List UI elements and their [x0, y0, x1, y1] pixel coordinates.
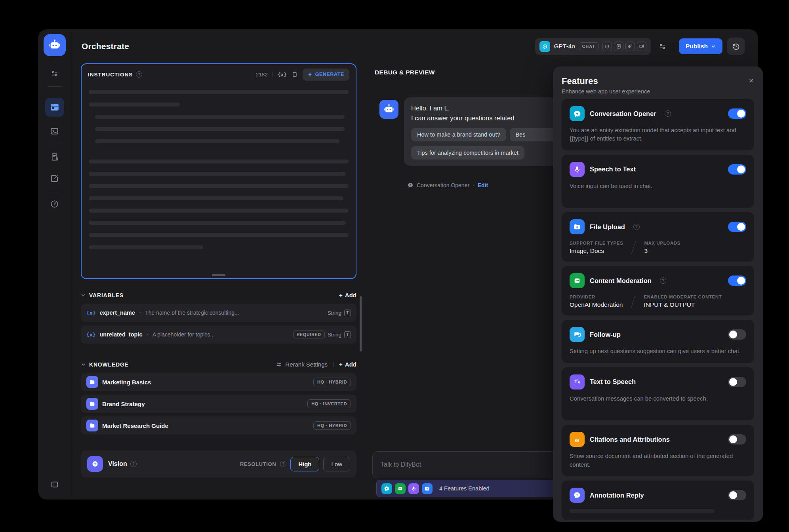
variables-header: VARIABLES + Add: [81, 292, 356, 298]
sidebar-item-orchestrate-active[interactable]: [45, 98, 64, 117]
instructions-editor[interactable]: INSTRUCTIONS ? 2182 {x} ✦ GE: [81, 63, 356, 279]
generate-button[interactable]: ✦ GENERATE: [303, 68, 349, 81]
add-variable-button[interactable]: + Add: [339, 292, 356, 298]
resolution-low-button[interactable]: Low: [323, 457, 350, 471]
feature-card-speech-to-text: Speech to Text Voice input can be used i…: [562, 155, 754, 208]
sidebar-divider: [48, 191, 62, 191]
audio-capability-icon: [625, 42, 635, 51]
max-uploads-setting: MAX UPLOADS 3: [644, 241, 680, 255]
resolution-high-button[interactable]: High: [290, 457, 319, 471]
index-mode-badge: HQ · HYBRID: [313, 378, 351, 386]
debug-preview-title: DEBUG & PREVIEW: [375, 69, 435, 76]
variable-row[interactable]: {x} unrelated_topic · A placeholder for …: [81, 325, 356, 344]
suggested-question-chip[interactable]: Tips for analyzing competitors in market: [411, 146, 524, 160]
instructions-skeleton: [82, 85, 356, 249]
help-icon[interactable]: ?: [280, 461, 286, 467]
vision-setting: Vision ? RESOLUTION ? High Low: [81, 450, 356, 477]
variable-row[interactable]: {x} expert_name · The name of the strate…: [81, 304, 356, 322]
divider: [273, 72, 273, 77]
screen: Orchestrate GPT-4o CHAT: [0, 0, 789, 532]
speech-to-text-toggle[interactable]: [728, 164, 746, 175]
knowledge-header: KNOWLEDGE Rerank Settings + Add: [81, 361, 356, 368]
divider: [631, 241, 636, 255]
app-logo[interactable]: [44, 34, 66, 56]
rerank-settings-button[interactable]: Rerank Settings: [276, 361, 328, 368]
content-moderation-toggle[interactable]: [728, 276, 746, 286]
config-scrollbar[interactable]: [360, 296, 362, 352]
chevron-down-icon[interactable]: [81, 362, 86, 367]
sidebar-item-annotations[interactable]: [46, 169, 63, 187]
features-title: Features: [562, 76, 754, 86]
help-icon[interactable]: ?: [130, 461, 137, 467]
clipped-description: [570, 509, 715, 513]
annotation-reply-toggle[interactable]: [728, 490, 746, 500]
features-panel: Features Enhance web app user experience…: [553, 66, 763, 522]
variable-token-icon: {x}: [86, 310, 95, 316]
sidebar-item-logs[interactable]: [46, 148, 63, 165]
collapse-sidebar-icon[interactable]: [46, 476, 63, 493]
feature-card-follow-up: Follow-up Setting up next questions sugg…: [562, 320, 754, 363]
file-types-setting: SUPPORT FILE TYPES Image, Docs: [570, 241, 623, 255]
robot-icon: [383, 103, 395, 115]
knowledge-row[interactable]: Marketing Basics HQ · HYBRID: [81, 373, 356, 391]
follow-up-toggle[interactable]: [728, 329, 746, 340]
publish-button[interactable]: Publish: [679, 38, 722, 54]
titlebar-divider: [674, 42, 674, 50]
insert-variable-icon[interactable]: {x}: [278, 72, 287, 78]
content-moderation-icon: [570, 273, 585, 288]
knowledge-row[interactable]: Market Research Guide HQ · HYBRID: [81, 416, 356, 435]
robot-icon: [48, 38, 61, 52]
help-icon[interactable]: ?: [660, 277, 666, 284]
moderation-provider-setting: PROVIDER OpenAI Moderation: [570, 294, 623, 308]
sidebar-item-terminal[interactable]: [46, 122, 63, 140]
conversation-opener-icon: [407, 182, 414, 188]
required-badge: REQUIRED: [293, 331, 325, 338]
rerank-icon: [276, 361, 282, 368]
features-enabled-count: 4 Features Enabled: [439, 485, 490, 492]
file-upload-icon: [570, 219, 585, 234]
copy-icon[interactable]: [292, 71, 298, 78]
model-capability-icons: [602, 42, 646, 51]
conversation-opener-icon: [570, 106, 585, 121]
page-title: Orchestrate: [82, 42, 129, 51]
annotation-reply-icon: [570, 488, 585, 503]
help-icon[interactable]: ?: [136, 71, 142, 78]
openai-logo-icon: [539, 41, 550, 52]
model-mode-badge: CHAT: [579, 42, 599, 50]
help-icon[interactable]: ?: [633, 224, 640, 230]
text-to-speech-icon: [570, 374, 585, 390]
edit-opener-link[interactable]: Edit: [478, 182, 488, 188]
citations-toggle[interactable]: [728, 434, 746, 445]
add-knowledge-button[interactable]: + Add: [339, 361, 356, 368]
dataset-icon: [86, 398, 98, 410]
index-mode-badge: HQ · INVERTED: [307, 399, 351, 408]
close-icon[interactable]: ×: [749, 77, 753, 84]
generate-label: GENERATE: [315, 72, 344, 77]
model-selector[interactable]: GPT-4o CHAT: [535, 38, 651, 55]
opener-meta: Conversation Opener · Edit: [407, 182, 488, 188]
orchestrate-settings-icon[interactable]: [46, 65, 63, 82]
feature-card-citations: “ Citations and Attributions Show source…: [562, 425, 754, 476]
suggested-question-chip[interactable]: Bes: [510, 128, 557, 141]
feature-card-annotation-reply: Annotation Reply: [562, 481, 754, 520]
knowledge-row[interactable]: Brand Strategy HQ · INVERTED: [81, 395, 356, 413]
help-icon[interactable]: ?: [665, 110, 671, 117]
sidebar-divider: [48, 144, 62, 144]
text-input-type-icon: T: [344, 331, 351, 338]
version-history-button[interactable]: [727, 38, 745, 55]
window-icon: [50, 102, 60, 112]
instructions-title: INSTRUCTIONS: [88, 72, 133, 78]
sidebar-item-monitoring[interactable]: [46, 195, 63, 213]
moderation-mini-icon: [395, 483, 406, 494]
resize-handle[interactable]: [212, 274, 225, 276]
knowledge-title: KNOWLEDGE: [89, 361, 129, 368]
model-parameters-icon[interactable]: [656, 40, 669, 53]
suggested-question-chip[interactable]: How to make a brand stand out?: [411, 128, 506, 141]
variable-token-icon: {x}: [86, 332, 95, 338]
file-upload-toggle[interactable]: [728, 222, 746, 232]
titlebar: Orchestrate GPT-4o CHAT: [71, 29, 758, 63]
chevron-down-icon[interactable]: [81, 293, 86, 298]
vision-icon: [87, 456, 103, 472]
conversation-opener-toggle[interactable]: [728, 108, 746, 119]
text-to-speech-toggle[interactable]: [728, 377, 746, 387]
